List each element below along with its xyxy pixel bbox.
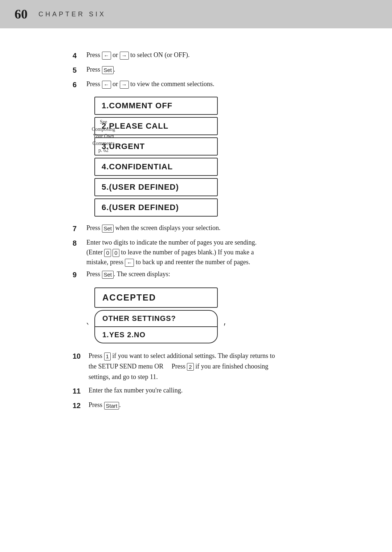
- step-11-text: Enter the fax number you're calling.: [89, 386, 356, 395]
- key-left-arrow-4: ←: [102, 52, 111, 60]
- step-9-text: Press Set. The screen displays:: [86, 269, 356, 279]
- key-set-5: Set: [102, 66, 114, 74]
- step-4-number: 4: [73, 50, 83, 61]
- step-7: 7 Press Set when the screen displays you…: [73, 223, 356, 234]
- key-right-arrow-6: →: [120, 81, 129, 89]
- step-6-text: Press ← or → to view the comment selecti…: [86, 79, 356, 89]
- step-8-text: Enter two digits to indicate the number …: [86, 238, 356, 267]
- side-note-line5: p. 62: [98, 148, 109, 153]
- side-note-line2: Composing: [92, 126, 115, 132]
- display-curved-group: ‵ OTHER SETTINGS? 1.YES 2.NO ′: [94, 310, 218, 343]
- side-note: See Composing Your Own Comments p. 62: [83, 118, 123, 154]
- key-zero-1-8: 0: [104, 249, 111, 257]
- step-4-text: Press ← or → to select ON (or OFF).: [86, 50, 356, 60]
- step-10-number: 10: [73, 351, 86, 362]
- step-9-number: 9: [73, 269, 83, 280]
- page-number: 60: [15, 7, 28, 22]
- step-9: 9 Press Set. The screen displays:: [73, 269, 356, 280]
- side-note-line1: See: [100, 119, 107, 125]
- step-6-number: 6: [73, 79, 83, 90]
- key-start-12: Start: [104, 402, 119, 410]
- side-note-line4: Comments: [93, 141, 115, 146]
- curved-display: OTHER SETTINGS? 1.YES 2.NO: [94, 310, 218, 343]
- step-7-number: 7: [73, 223, 83, 234]
- step-5: 5 Press Set.: [73, 65, 356, 76]
- step-6: 6 Press ← or → to view the comment selec…: [73, 79, 356, 90]
- key-left-arrow-8: ←: [125, 259, 134, 267]
- key-2-10: 2: [187, 363, 193, 371]
- step-11: 11 Enter the fax number you're calling.: [73, 386, 356, 396]
- page-header: 60 CHAPTER SIX: [0, 0, 392, 28]
- side-note-line3: Your Own: [93, 133, 114, 139]
- key-1-10: 1: [104, 352, 111, 360]
- curved-right-arrow-icon: ′: [224, 321, 226, 333]
- step-12: 12 Press Start.: [73, 400, 356, 411]
- menu-option-6: 6.(USER DEFINED): [94, 198, 218, 217]
- step-12-text: Press Start.: [89, 400, 356, 410]
- step-10-text: Press 1 if you want to select additional…: [89, 351, 356, 382]
- step-10: 10 Press 1 if you want to select additio…: [73, 351, 356, 382]
- key-left-arrow-6: ←: [102, 81, 111, 89]
- key-set-7: Set: [102, 225, 114, 233]
- display-group-9: ACCEPTED ‵ OTHER SETTINGS? 1.YES 2.NO ′: [94, 287, 218, 343]
- display-accepted: ACCEPTED: [94, 287, 218, 308]
- menu-option-4: 4.CONFIDENTIAL: [94, 158, 218, 176]
- display-yes-no: 1.YES 2.NO: [95, 327, 217, 343]
- step-8-number: 8: [73, 238, 83, 249]
- menu-section: See Composing Your Own Comments p. 62 1.…: [73, 97, 356, 217]
- curved-left-arrow-icon: ‵: [86, 321, 89, 333]
- step-7-text: Press Set when the screen displays your …: [86, 223, 356, 233]
- menu-option-5: 5.(USER DEFINED): [94, 178, 218, 196]
- step-5-number: 5: [73, 65, 83, 76]
- menu-options-list: 1.COMMENT OFF 2.PLEASE CALL 3.URGENT 4.C…: [94, 97, 218, 217]
- step-5-text: Press Set.: [86, 65, 356, 74]
- key-right-arrow-4: →: [120, 52, 129, 60]
- step-4: 4 Press ← or → to select ON (or OFF).: [73, 50, 356, 61]
- menu-option-1: 1.COMMENT OFF: [94, 97, 218, 115]
- chapter-title: CHAPTER SIX: [38, 11, 106, 18]
- display-other-settings: OTHER SETTINGS?: [95, 311, 217, 327]
- key-set-9: Set: [102, 271, 114, 279]
- step-11-number: 11: [73, 386, 86, 396]
- page: 60 CHAPTER SIX 4 Press ← or → to select …: [0, 0, 392, 552]
- key-zero-2-8: 0: [113, 249, 119, 257]
- step-12-number: 12: [73, 400, 86, 411]
- page-content: 4 Press ← or → to select ON (or OFF). 5 …: [0, 28, 392, 436]
- step-8: 8 Enter two digits to indicate the numbe…: [73, 238, 356, 267]
